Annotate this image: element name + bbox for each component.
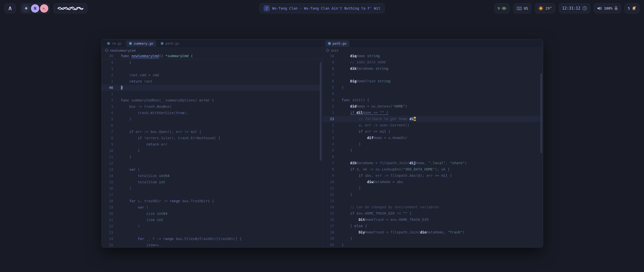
code-line[interactable]: 9 if abs, err := filepath.Abs(d); err ==… [323,173,543,179]
code-line[interactable]: 9 return err [102,141,322,148]
line-number: 6 [323,154,334,160]
bar-left-group: Λ N >_ [5,3,87,13]
code-line[interactable]: 14 // Can be changed by environment vari… [323,204,543,210]
code-line[interactable]: 25 item++ [102,242,322,247]
code-area-right[interactable]: 10 diqHome string9 // $XDG_DATA_HOME8 di… [323,53,543,247]
code-line[interactable]: 10 diwDataHome = abs [323,179,543,185]
code-line[interactable]: 1 u, err := user.Current() [323,122,543,128]
code-line[interactable]: 7 dihDataHome = filepath.Join(dijHome, "… [323,160,543,166]
code-line[interactable]: 5 } [323,147,543,154]
keyboard-layout[interactable]: US [513,3,531,13]
code-line[interactable]: 9 // $XDG_DATA_HOME [323,59,543,65]
code-line[interactable]: 12 [102,160,322,166]
code-line[interactable]: 14 totalSize int64 [102,173,322,179]
code-line[interactable]: 6 DigHomeTrash string [323,78,543,84]
code-line[interactable]: 15 if env.HOME_TRASH_DIR != "" { [323,210,543,217]
breadcrumb-left[interactable]: newSummaryCmd [102,48,322,53]
code-line[interactable]: 13 [323,198,543,204]
line-number: 1 [323,110,334,116]
line-number: 12 [323,191,334,198]
code-line[interactable]: 5} [323,84,543,91]
code-line[interactable]: 26func newSummaryCmd() *summaryCmd { [102,53,322,59]
code-line[interactable]: 17 } else { [323,223,543,229]
weather-widget[interactable]: 29° [535,3,555,13]
code-text [113,91,121,97]
notifications-widget[interactable]: 5 [625,3,639,13]
code-text: } [334,191,352,198]
visibility-indicator[interactable]: 9 [494,3,510,13]
launcher-logo-icon: Λ [9,5,12,11]
code-line[interactable]: 21 item int [102,217,322,223]
code-line[interactable]: 11 } [102,154,322,160]
volume-widget[interactable]: 100% [594,3,621,13]
code-line[interactable]: 7 if err := box.Open(); err != nil { [102,129,322,135]
code-text [113,160,121,166]
code-text: totalSize int64 [113,173,170,179]
code-line[interactable]: 10 } [102,148,322,154]
code-line[interactable]: 1 return root [102,78,322,85]
code-line[interactable]: 18 for i, trashDir := range box.TrashDir… [102,198,322,204]
code-line[interactable]: 16 ) [102,185,322,192]
code-line[interactable]: 23 // fallback to get home dia [323,116,543,122]
code-line[interactable]: 3 box := trash.NewBox( [102,104,322,110]
code-line[interactable]: 15 totalItem int [102,179,322,185]
line-number: 8 [102,135,113,141]
code-line[interactable]: 7 [323,72,543,78]
code-line[interactable]: 8 if !errors.Is(err, trash.ErrNotFound) … [102,135,322,141]
code-line[interactable]: 3 difHome = u.HomeDir [323,135,543,141]
code-line[interactable]: 6 [102,122,322,129]
code-line[interactable]: 3 [102,66,322,72]
clock-widget[interactable]: 12:31:12 [559,3,590,13]
tab-summary-go[interactable]: summary.go [126,40,156,47]
code-line[interactable]: 4 } [102,59,322,66]
tab-path-go-left[interactable]: path.go [158,40,182,47]
code-line[interactable]: 17 [102,192,322,198]
code-line[interactable]: 5 ) [102,116,322,122]
code-line[interactable]: 11 } [323,185,543,191]
code-line[interactable]: 4 trash.WithGetSize(true), [102,110,322,116]
code-line[interactable]: 6 [323,154,543,160]
line-number: 24 [102,236,113,242]
code-line[interactable]: 2func summaryCmdRun(_ summaryOptions) er… [102,97,322,104]
workspace-3[interactable]: >_ [40,4,48,13]
code-line[interactable]: 19 } [323,235,543,242]
workspace-2[interactable]: N [31,4,39,13]
code-line[interactable]: 46} [102,85,322,91]
code-line[interactable]: 2 root.cmd = cmd [102,72,322,78]
code-line[interactable]: 3func init() { [323,97,543,103]
code-line[interactable]: 13 var ( [102,166,322,173]
code-line[interactable]: 16 DitHomeTrash = env.HOME_TRASH_DIR [323,217,543,223]
tab-rm-go[interactable]: rm.go [104,40,125,47]
media-player[interactable]: ♪ Wu-Tang Clan - Wu-Tang Clan Ain't Nuth… [259,3,385,13]
line-number: 2 [102,97,113,104]
code-line[interactable]: 12 } [323,191,543,198]
top-bar: Λ N >_ [0,3,644,13]
code-text: ) [113,223,140,229]
code-line[interactable]: 22 ) [102,223,322,229]
launcher-button[interactable]: Λ [5,3,16,13]
code-line[interactable]: 10 diqHome string [323,53,543,59]
scrollbar-right[interactable] [540,73,542,153]
code-line[interactable]: 23 [102,229,322,236]
workspace-1[interactable] [22,4,30,13]
line-number: 16 [102,185,113,192]
code-line[interactable]: 4 } [323,141,543,147]
code-line[interactable]: 20 size int64 [102,211,322,217]
code-text: dihDataHome = filepath.Join(dijHome, ".l… [334,160,467,166]
clock-icon [582,6,587,11]
code-line[interactable]: 8 dikDataHome string [323,65,543,72]
code-line[interactable]: 1 [102,91,322,97]
code-line[interactable]: 1 if dilHome == "" { [323,110,543,116]
code-line[interactable]: 20} [323,242,543,247]
code-line[interactable]: 19 var ( [102,204,322,211]
code-line[interactable]: 2 didHome = os.Getenv("HOME") [323,103,543,110]
tab-path-go[interactable]: path.go [325,40,349,47]
code-line[interactable]: 18 DiyHomeTrash = filepath.Join(dioDataH… [323,229,543,235]
scrollbar-left[interactable] [320,62,321,161]
code-line[interactable]: 4 [323,91,543,97]
code-line[interactable]: 8 if d, ok := os.LookupEnv("XDG_DATA_HOM… [323,166,543,173]
breadcrumb-right[interactable]: init [323,48,543,53]
code-line[interactable]: 2 if err == nil { [323,128,543,135]
code-area-left[interactable]: 4 }32 root.cmd = cmd1 return root46}12fu… [102,59,322,247]
code-line[interactable]: 24 for _, f := range box.FilesByTrashDir… [102,236,322,242]
